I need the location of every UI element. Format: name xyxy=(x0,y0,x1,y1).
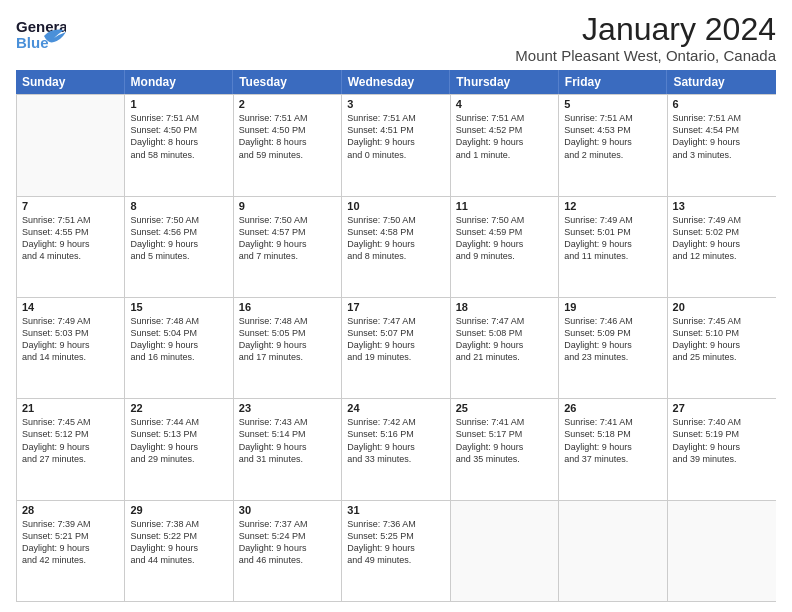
header-day-friday: Friday xyxy=(559,70,668,94)
cell-info: Sunrise: 7:50 AMSunset: 4:58 PMDaylight:… xyxy=(347,214,444,263)
day-number: 17 xyxy=(347,301,444,313)
day-number: 31 xyxy=(347,504,444,516)
day-cell-30: 30Sunrise: 7:37 AMSunset: 5:24 PMDayligh… xyxy=(234,501,342,601)
logo: General Blue xyxy=(16,12,66,60)
day-number: 12 xyxy=(564,200,661,212)
day-cell-4: 4Sunrise: 7:51 AMSunset: 4:52 PMDaylight… xyxy=(451,95,559,195)
cell-info: Sunrise: 7:51 AMSunset: 4:50 PMDaylight:… xyxy=(239,112,336,161)
empty-cell xyxy=(668,501,776,601)
week-4: 21Sunrise: 7:45 AMSunset: 5:12 PMDayligh… xyxy=(17,399,776,500)
day-cell-22: 22Sunrise: 7:44 AMSunset: 5:13 PMDayligh… xyxy=(125,399,233,499)
header-day-tuesday: Tuesday xyxy=(233,70,342,94)
day-cell-14: 14Sunrise: 7:49 AMSunset: 5:03 PMDayligh… xyxy=(17,298,125,398)
day-number: 30 xyxy=(239,504,336,516)
day-number: 19 xyxy=(564,301,661,313)
day-number: 3 xyxy=(347,98,444,110)
calendar-title: January 2024 xyxy=(515,12,776,47)
empty-cell xyxy=(17,95,125,195)
calendar-subtitle: Mount Pleasant West, Ontario, Canada xyxy=(515,47,776,64)
day-number: 8 xyxy=(130,200,227,212)
day-number: 5 xyxy=(564,98,661,110)
cell-info: Sunrise: 7:47 AMSunset: 5:08 PMDaylight:… xyxy=(456,315,553,364)
day-cell-15: 15Sunrise: 7:48 AMSunset: 5:04 PMDayligh… xyxy=(125,298,233,398)
calendar-body: 1Sunrise: 7:51 AMSunset: 4:50 PMDaylight… xyxy=(16,94,776,602)
cell-info: Sunrise: 7:41 AMSunset: 5:18 PMDaylight:… xyxy=(564,416,661,465)
day-cell-31: 31Sunrise: 7:36 AMSunset: 5:25 PMDayligh… xyxy=(342,501,450,601)
cell-info: Sunrise: 7:38 AMSunset: 5:22 PMDaylight:… xyxy=(130,518,227,567)
cell-info: Sunrise: 7:44 AMSunset: 5:13 PMDaylight:… xyxy=(130,416,227,465)
day-cell-27: 27Sunrise: 7:40 AMSunset: 5:19 PMDayligh… xyxy=(668,399,776,499)
day-cell-2: 2Sunrise: 7:51 AMSunset: 4:50 PMDaylight… xyxy=(234,95,342,195)
day-number: 15 xyxy=(130,301,227,313)
header-day-saturday: Saturday xyxy=(667,70,776,94)
day-cell-28: 28Sunrise: 7:39 AMSunset: 5:21 PMDayligh… xyxy=(17,501,125,601)
day-number: 25 xyxy=(456,402,553,414)
day-number: 4 xyxy=(456,98,553,110)
day-number: 27 xyxy=(673,402,771,414)
day-cell-16: 16Sunrise: 7:48 AMSunset: 5:05 PMDayligh… xyxy=(234,298,342,398)
cell-info: Sunrise: 7:48 AMSunset: 5:05 PMDaylight:… xyxy=(239,315,336,364)
day-cell-20: 20Sunrise: 7:45 AMSunset: 5:10 PMDayligh… xyxy=(668,298,776,398)
page: General Blue January 2024 Mount Pleasant… xyxy=(0,0,792,612)
day-cell-23: 23Sunrise: 7:43 AMSunset: 5:14 PMDayligh… xyxy=(234,399,342,499)
header-day-sunday: Sunday xyxy=(16,70,125,94)
cell-info: Sunrise: 7:40 AMSunset: 5:19 PMDaylight:… xyxy=(673,416,771,465)
day-number: 9 xyxy=(239,200,336,212)
day-cell-29: 29Sunrise: 7:38 AMSunset: 5:22 PMDayligh… xyxy=(125,501,233,601)
week-2: 7Sunrise: 7:51 AMSunset: 4:55 PMDaylight… xyxy=(17,197,776,298)
cell-info: Sunrise: 7:51 AMSunset: 4:52 PMDaylight:… xyxy=(456,112,553,161)
day-cell-3: 3Sunrise: 7:51 AMSunset: 4:51 PMDaylight… xyxy=(342,95,450,195)
cell-info: Sunrise: 7:45 AMSunset: 5:10 PMDaylight:… xyxy=(673,315,771,364)
cell-info: Sunrise: 7:42 AMSunset: 5:16 PMDaylight:… xyxy=(347,416,444,465)
logo-icon: General Blue xyxy=(16,12,66,60)
title-block: January 2024 Mount Pleasant West, Ontari… xyxy=(515,12,776,64)
cell-info: Sunrise: 7:50 AMSunset: 4:56 PMDaylight:… xyxy=(130,214,227,263)
cell-info: Sunrise: 7:51 AMSunset: 4:55 PMDaylight:… xyxy=(22,214,119,263)
day-number: 21 xyxy=(22,402,119,414)
calendar-header: SundayMondayTuesdayWednesdayThursdayFrid… xyxy=(16,70,776,94)
cell-info: Sunrise: 7:50 AMSunset: 4:59 PMDaylight:… xyxy=(456,214,553,263)
day-number: 2 xyxy=(239,98,336,110)
day-number: 23 xyxy=(239,402,336,414)
day-number: 20 xyxy=(673,301,771,313)
day-number: 18 xyxy=(456,301,553,313)
header-day-thursday: Thursday xyxy=(450,70,559,94)
header-day-monday: Monday xyxy=(125,70,234,94)
cell-info: Sunrise: 7:37 AMSunset: 5:24 PMDaylight:… xyxy=(239,518,336,567)
day-cell-19: 19Sunrise: 7:46 AMSunset: 5:09 PMDayligh… xyxy=(559,298,667,398)
day-number: 14 xyxy=(22,301,119,313)
header: General Blue January 2024 Mount Pleasant… xyxy=(16,12,776,64)
calendar: SundayMondayTuesdayWednesdayThursdayFrid… xyxy=(16,70,776,602)
day-cell-9: 9Sunrise: 7:50 AMSunset: 4:57 PMDaylight… xyxy=(234,197,342,297)
header-day-wednesday: Wednesday xyxy=(342,70,451,94)
cell-info: Sunrise: 7:36 AMSunset: 5:25 PMDaylight:… xyxy=(347,518,444,567)
cell-info: Sunrise: 7:48 AMSunset: 5:04 PMDaylight:… xyxy=(130,315,227,364)
day-cell-6: 6Sunrise: 7:51 AMSunset: 4:54 PMDaylight… xyxy=(668,95,776,195)
week-3: 14Sunrise: 7:49 AMSunset: 5:03 PMDayligh… xyxy=(17,298,776,399)
empty-cell xyxy=(559,501,667,601)
day-cell-26: 26Sunrise: 7:41 AMSunset: 5:18 PMDayligh… xyxy=(559,399,667,499)
day-cell-5: 5Sunrise: 7:51 AMSunset: 4:53 PMDaylight… xyxy=(559,95,667,195)
day-number: 7 xyxy=(22,200,119,212)
day-cell-18: 18Sunrise: 7:47 AMSunset: 5:08 PMDayligh… xyxy=(451,298,559,398)
cell-info: Sunrise: 7:45 AMSunset: 5:12 PMDaylight:… xyxy=(22,416,119,465)
day-number: 16 xyxy=(239,301,336,313)
cell-info: Sunrise: 7:51 AMSunset: 4:50 PMDaylight:… xyxy=(130,112,227,161)
day-cell-8: 8Sunrise: 7:50 AMSunset: 4:56 PMDaylight… xyxy=(125,197,233,297)
cell-info: Sunrise: 7:49 AMSunset: 5:03 PMDaylight:… xyxy=(22,315,119,364)
day-number: 26 xyxy=(564,402,661,414)
day-cell-13: 13Sunrise: 7:49 AMSunset: 5:02 PMDayligh… xyxy=(668,197,776,297)
cell-info: Sunrise: 7:41 AMSunset: 5:17 PMDaylight:… xyxy=(456,416,553,465)
day-number: 11 xyxy=(456,200,553,212)
cell-info: Sunrise: 7:49 AMSunset: 5:01 PMDaylight:… xyxy=(564,214,661,263)
day-number: 28 xyxy=(22,504,119,516)
day-number: 6 xyxy=(673,98,771,110)
cell-info: Sunrise: 7:47 AMSunset: 5:07 PMDaylight:… xyxy=(347,315,444,364)
svg-text:Blue: Blue xyxy=(16,34,49,51)
cell-info: Sunrise: 7:50 AMSunset: 4:57 PMDaylight:… xyxy=(239,214,336,263)
week-5: 28Sunrise: 7:39 AMSunset: 5:21 PMDayligh… xyxy=(17,501,776,602)
day-cell-17: 17Sunrise: 7:47 AMSunset: 5:07 PMDayligh… xyxy=(342,298,450,398)
day-cell-11: 11Sunrise: 7:50 AMSunset: 4:59 PMDayligh… xyxy=(451,197,559,297)
day-cell-12: 12Sunrise: 7:49 AMSunset: 5:01 PMDayligh… xyxy=(559,197,667,297)
cell-info: Sunrise: 7:51 AMSunset: 4:51 PMDaylight:… xyxy=(347,112,444,161)
